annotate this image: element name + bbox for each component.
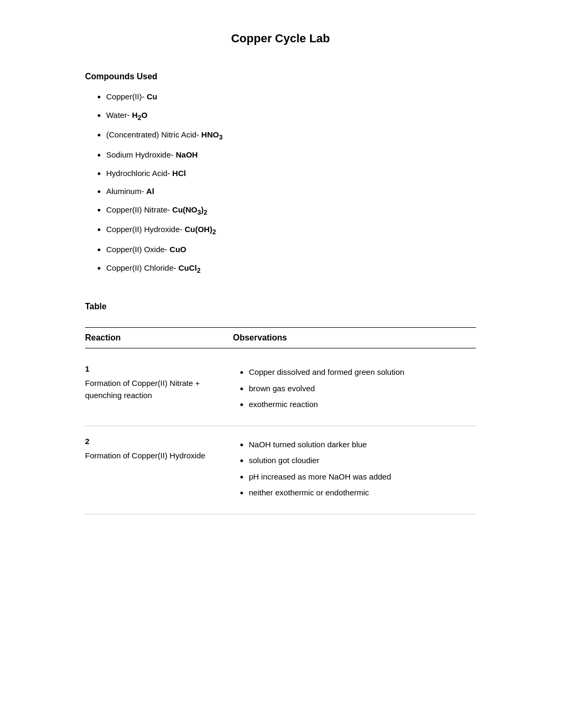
reaction-cell-1: 1 Formation of Copper(II) Nitrate + quen… — [85, 364, 233, 415]
page-container: Copper Cycle Lab Compounds Used Copper(I… — [43, 0, 518, 546]
obs-item: neither exothermic or endothermic — [249, 487, 476, 499]
reaction-cell-2: 2 Formation of Copper(II) Hydroxide — [85, 437, 233, 503]
reaction-desc-1: Formation of Copper(II) Nitrate + quench… — [85, 377, 222, 401]
list-item: Copper(II)- Cu — [106, 91, 476, 103]
list-item: Hydrochloric Acid- HCl — [106, 168, 476, 180]
obs-item: brown gas evolved — [249, 383, 476, 395]
observations-column-header: Observations — [233, 333, 476, 343]
reaction-desc-2: Formation of Copper(II) Hydroxide — [85, 450, 222, 462]
list-item: Sodium Hydroxide- NaOH — [106, 149, 476, 161]
reaction-column-header: Reaction — [85, 333, 233, 343]
reaction-number-2: 2 — [85, 437, 222, 446]
list-item: Copper(II) Hydroxide- Cu(OH)2 — [106, 224, 476, 237]
table-header: Reaction Observations — [85, 327, 476, 348]
table-section: Table Reaction Observations 1 Formation … — [85, 302, 476, 514]
list-item: (Concentrated) Nitric Acid- HNO3 — [106, 129, 476, 143]
compounds-list: Copper(II)- Cu Water- H2O (Concentrated)… — [85, 91, 476, 275]
obs-item: pH increased as more NaOH was added — [249, 471, 476, 483]
table-row: 1 Formation of Copper(II) Nitrate + quen… — [85, 354, 476, 426]
compounds-section: Compounds Used Copper(II)- Cu Water- H2O… — [85, 72, 476, 275]
obs-item: solution got cloudier — [249, 455, 476, 467]
compounds-section-title: Compounds Used — [85, 72, 476, 81]
observations-cell-2: NaOH turned solution darker blue solutio… — [233, 437, 476, 503]
observations-cell-1: Copper dissolved and formed green soluti… — [233, 364, 476, 415]
list-item: Water- H2O — [106, 109, 476, 123]
obs-list-2: NaOH turned solution darker blue solutio… — [233, 439, 476, 499]
list-item: Copper(II) Chloride- CuCl2 — [106, 262, 476, 276]
list-item: Copper(II) Nitrate- Cu(NO3)2 — [106, 204, 476, 218]
table-title: Table — [85, 302, 476, 311]
table-row: 2 Formation of Copper(II) Hydroxide NaOH… — [85, 426, 476, 514]
obs-item: exothermic reaction — [249, 399, 476, 411]
reaction-number-1: 1 — [85, 364, 222, 373]
page-title: Copper Cycle Lab — [85, 32, 476, 45]
obs-item: NaOH turned solution darker blue — [249, 439, 476, 451]
list-item: Aluminum- Al — [106, 186, 476, 198]
obs-list-1: Copper dissolved and formed green soluti… — [233, 366, 476, 411]
obs-item: Copper dissolved and formed green soluti… — [249, 366, 476, 379]
list-item: Copper(II) Oxide- CuO — [106, 244, 476, 256]
